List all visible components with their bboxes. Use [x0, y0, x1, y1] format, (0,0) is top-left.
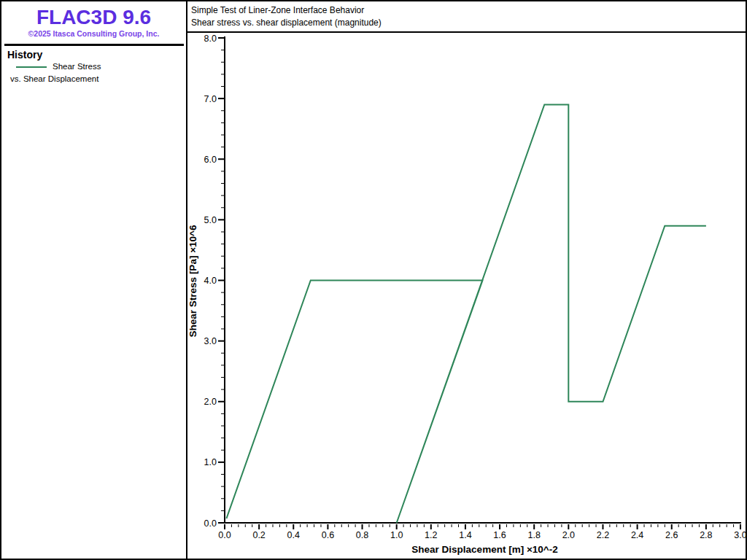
y-tick-label: 6.0 — [204, 155, 217, 165]
app-logo: FLAC3D 9.6 — [1, 6, 186, 29]
x-tick-label: 0.0 — [218, 530, 231, 540]
copyright-text: ©2025 Itasca Consulting Group, Inc. — [1, 29, 186, 38]
plot-title: Simple Test of Liner-Zone Interface Beha… — [191, 5, 364, 15]
y-tick-label: 4.0 — [204, 276, 217, 286]
y-tick-label: 2.0 — [204, 397, 217, 407]
legend-series-label: Shear Stress — [53, 62, 101, 71]
y-tick-label: 1.0 — [204, 457, 217, 467]
x-tick-label: 2.0 — [562, 530, 575, 540]
y-axis-title: Shear Stress [Pa] ×10^6 — [187, 225, 198, 337]
y-tick-label: 8.0 — [204, 34, 217, 44]
x-tick-label: 0.2 — [252, 530, 265, 540]
plot-subtitle: Shear stress vs. shear displacement (mag… — [191, 18, 382, 28]
x-tick-label: 1.0 — [390, 530, 403, 540]
x-tick-label: 3.0 — [734, 530, 746, 540]
flac3d-window: 0.00.20.40.60.81.01.21.41.61.82.02.22.42… — [0, 0, 747, 560]
sidebar-divider — [4, 44, 184, 46]
shear-stress-curve — [226, 104, 706, 523]
x-tick-label: 2.8 — [700, 530, 712, 540]
sidebar: FLAC3D 9.6 ©2025 Itasca Consulting Group… — [1, 1, 187, 559]
x-tick-label: 1.4 — [459, 530, 471, 540]
x-tick-label: 2.4 — [631, 530, 643, 540]
x-tick-label: 0.6 — [322, 530, 334, 540]
x-tick-label: 1.6 — [493, 530, 506, 540]
y-tick-label: 5.0 — [204, 215, 217, 225]
y-tick-label: 0.0 — [204, 518, 217, 529]
history-heading: History — [7, 49, 42, 61]
legend-series-sublabel: vs. Shear Displacement — [10, 74, 98, 83]
x-tick-label: 2.6 — [665, 530, 678, 540]
y-tick-label: 7.0 — [204, 94, 217, 104]
header-divider — [187, 31, 746, 33]
x-tick-label: 2.2 — [597, 530, 609, 540]
x-tick-label: 1.2 — [425, 530, 437, 540]
x-axis-title: Shear Displacement [m] ×10^-2 — [411, 544, 557, 555]
x-tick-label: 0.8 — [356, 530, 368, 540]
x-tick-label: 1.8 — [528, 530, 541, 540]
y-tick-label: 3.0 — [204, 336, 217, 346]
x-tick-label: 0.4 — [287, 530, 300, 540]
legend-line-swatch — [16, 66, 47, 68]
